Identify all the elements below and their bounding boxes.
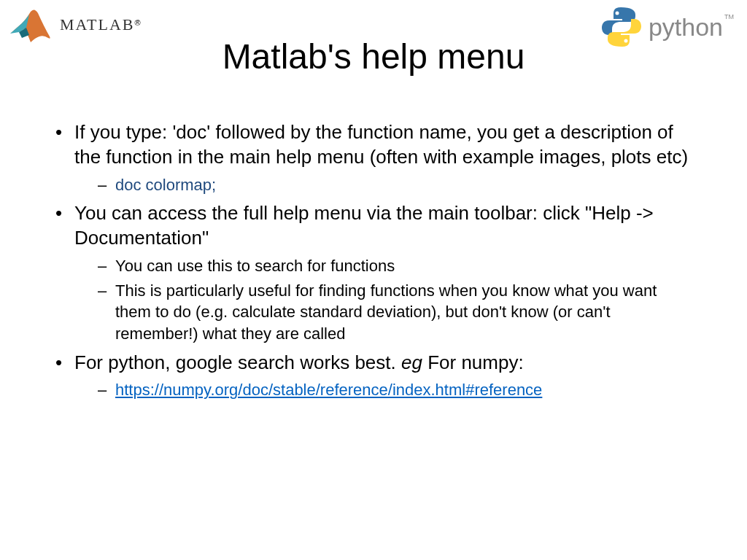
sub-list: You can use this to search for functions… <box>74 255 696 345</box>
matlab-wordmark: MATLAB® <box>60 15 141 34</box>
bullet-item: For python, google search works best. eg… <box>51 351 696 401</box>
bullet-list: If you type: 'doc' followed by the funct… <box>51 120 696 401</box>
sub-item: doc colormap; <box>74 174 696 196</box>
slide-title: Matlab's help menu <box>0 36 747 77</box>
sub-item: https://numpy.org/doc/stable/reference/i… <box>74 379 696 401</box>
sub-list: doc colormap; <box>74 174 696 196</box>
slide-content: If you type: 'doc' followed by the funct… <box>0 80 747 401</box>
bullet-item: You can access the full help menu via th… <box>51 201 696 344</box>
bullet-text-eg: eg <box>401 351 422 373</box>
bullet-text-post: For numpy: <box>422 351 524 373</box>
sub-item: You can use this to search for functions <box>74 255 696 277</box>
code-text: doc colormap; <box>115 176 216 194</box>
bullet-item: If you type: 'doc' followed by the funct… <box>51 120 696 195</box>
bullet-text: If you type: 'doc' followed by the funct… <box>74 121 688 168</box>
slide-header: MATLAB® pythonTM Matlab's help menu <box>0 0 747 80</box>
sub-item: This is particularly useful for finding … <box>74 280 696 345</box>
svg-point-0 <box>615 12 619 15</box>
numpy-link[interactable]: https://numpy.org/doc/stable/reference/i… <box>115 381 542 399</box>
bullet-text-pre: For python, google search works best. <box>74 351 401 373</box>
sub-list: https://numpy.org/doc/stable/reference/i… <box>74 379 696 401</box>
bullet-text: You can access the full help menu via th… <box>74 202 654 249</box>
